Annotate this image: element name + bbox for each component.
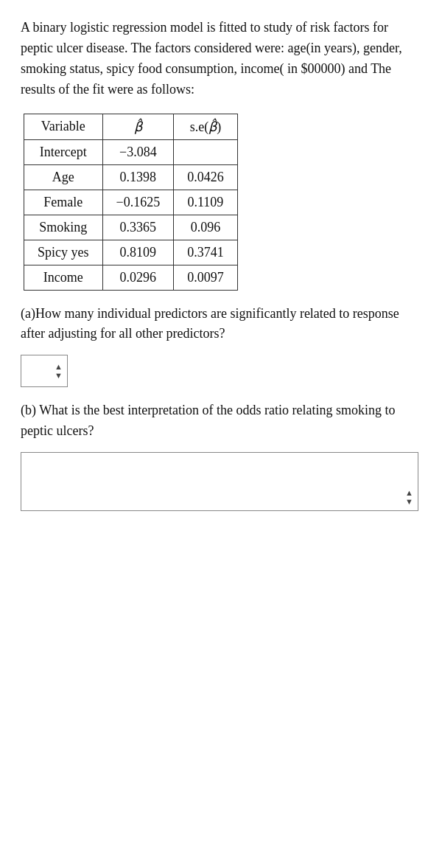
table-row: Age0.13980.0426: [24, 164, 238, 190]
stepper-b-up-icon[interactable]: ▲: [405, 489, 413, 497]
table-cell-2-1: −0.1625: [102, 190, 174, 215]
table-cell-2-2: 0.1109: [174, 190, 238, 215]
question-a-text: (a)How many individual predictors are si…: [21, 304, 421, 345]
table-row: Female−0.16250.1109: [24, 190, 238, 215]
table-cell-3-0: Smoking: [24, 215, 103, 240]
table-cell-3-1: 0.3365: [102, 215, 174, 240]
col-header-variable: Variable: [24, 114, 103, 139]
regression-table: Variable β̂ s.e(β̂) Intercept−3.084Age0.…: [24, 114, 238, 291]
table-cell-1-1: 0.1398: [102, 164, 174, 190]
table-row: Intercept−3.084: [24, 139, 238, 164]
table-cell-0-2: [174, 139, 238, 164]
stepper-b-down-icon[interactable]: ▼: [405, 498, 413, 506]
table-cell-5-0: Income: [24, 265, 103, 290]
page: A binary logistic regression model is fi…: [0, 0, 442, 868]
question-b-text: (b) What is the best interpretation of t…: [21, 400, 421, 442]
table-cell-4-0: Spicy yes: [24, 240, 103, 265]
table-cell-1-2: 0.0426: [174, 164, 238, 190]
table-cell-5-2: 0.0097: [174, 265, 238, 290]
stepper-a[interactable]: ▲ ▼: [55, 363, 63, 380]
table-cell-2-0: Female: [24, 190, 103, 215]
intro-paragraph: A binary logistic regression model is fi…: [21, 18, 421, 100]
table-cell-1-0: Age: [24, 164, 103, 190]
table-cell-5-1: 0.0296: [102, 265, 174, 290]
table-row: Smoking0.33650.096: [24, 215, 238, 240]
table-row: Spicy yes0.81090.3741: [24, 240, 238, 265]
table-cell-4-1: 0.8109: [102, 240, 174, 265]
stepper-up-icon[interactable]: ▲: [55, 363, 63, 371]
table-cell-0-1: −3.084: [102, 139, 174, 164]
col-header-beta: β̂: [102, 114, 174, 139]
stepper-b[interactable]: ▲ ▼: [405, 489, 413, 506]
table-row: Income0.02960.0097: [24, 265, 238, 290]
table-cell-4-2: 0.3741: [174, 240, 238, 265]
answer-box-a[interactable]: ▲ ▼: [21, 355, 68, 387]
answer-box-b[interactable]: ▲ ▼: [21, 452, 418, 511]
table-cell-0-0: Intercept: [24, 139, 103, 164]
table-cell-3-2: 0.096: [174, 215, 238, 240]
stepper-down-icon[interactable]: ▼: [55, 372, 63, 380]
col-header-se: s.e(β̂): [174, 114, 238, 139]
